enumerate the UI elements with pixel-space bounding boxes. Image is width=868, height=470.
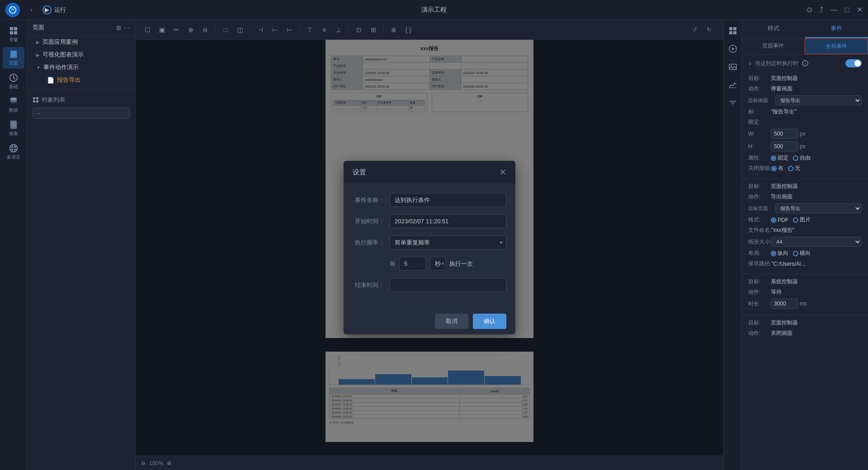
action-value-1: 弹窗画面: [771, 85, 862, 93]
end-time-row: 结束时间：: [353, 278, 506, 292]
tab-event[interactable]: 事件: [805, 20, 868, 38]
page-event-tab[interactable]: 页面事件: [742, 38, 805, 54]
sidebar-item-lang[interactable]: 多语言: [3, 141, 24, 163]
cut-tool[interactable]: ✂: [170, 24, 183, 36]
maximize-button[interactable]: □: [845, 6, 849, 14]
layout-landscape-label: 横向: [800, 249, 811, 257]
close-no-dot: [788, 166, 793, 171]
svg-rect-27: [733, 31, 736, 34]
format-img-radio[interactable]: 图片: [793, 216, 811, 224]
close-button[interactable]: ✕: [857, 5, 863, 14]
back-button[interactable]: ‹: [25, 4, 38, 16]
duration-input[interactable]: [771, 299, 798, 309]
send-back-tool[interactable]: ⊖: [199, 24, 212, 36]
dialog-close-button[interactable]: ✕: [500, 167, 506, 177]
undo-button[interactable]: ↺: [689, 24, 700, 35]
sidebar-item-dashboard[interactable]: 变量: [3, 24, 24, 45]
svg-point-1: [12, 9, 14, 11]
code-tool[interactable]: { }: [402, 24, 415, 36]
sidebar-item-report[interactable]: 报客: [3, 118, 24, 139]
action-label-1: 动作:: [748, 85, 771, 93]
paper-select[interactable]: A4: [771, 237, 862, 247]
target-screen-select[interactable]: 报告导出: [775, 95, 862, 105]
search-icon[interactable]: ⊙: [807, 5, 812, 14]
target-screen-row: 目标画面 报告导出: [748, 95, 862, 105]
layout-landscape-radio[interactable]: 横向: [793, 249, 811, 257]
canvas-area[interactable]: xxx报告 单号 a620090414-01 产品名称 产品批号: [136, 40, 723, 456]
tab-row: 标: "报告导出": [748, 108, 862, 116]
tree-item-report-export[interactable]: 📄 报告导出: [27, 74, 135, 86]
objects-title: 对象列表: [33, 96, 130, 104]
sidebar-label-history: 基础: [9, 84, 18, 90]
align-right-tool[interactable]: ⊢: [283, 24, 296, 36]
h-input[interactable]: [771, 141, 798, 151]
attr-free-radio[interactable]: 自由: [793, 154, 811, 162]
component-icon[interactable]: [726, 24, 740, 38]
sidebar-label-lang: 多语言: [7, 154, 20, 160]
w-input[interactable]: [771, 129, 798, 139]
settings-icon[interactable]: ⋯: [124, 24, 130, 31]
tab-style[interactable]: 样式: [742, 20, 805, 38]
attr-fixed-radio[interactable]: 固定: [771, 154, 788, 162]
tree-item-chart-demo[interactable]: ▶ 可视化图表演示: [27, 48, 135, 61]
redo-button[interactable]: ↻: [703, 24, 714, 35]
event-name-input[interactable]: [390, 193, 506, 207]
interval-value-input[interactable]: [399, 257, 426, 271]
close-yes-radio[interactable]: 有: [771, 164, 783, 172]
align-middle-tool[interactable]: ≡: [318, 24, 330, 36]
tree-item-app-cases[interactable]: ▶ 页面应用案例: [27, 36, 135, 48]
align-top-tool[interactable]: ⊤: [303, 24, 316, 36]
globe-tool[interactable]: ⊕: [387, 24, 400, 36]
tree-item-event-demo[interactable]: ▼ 事件动作演示: [27, 61, 135, 74]
svg-rect-12: [10, 121, 17, 129]
sidebar-label-report: 报客: [9, 131, 18, 137]
minimize-button[interactable]: —: [830, 6, 838, 14]
chart-icon[interactable]: [726, 78, 740, 92]
sidebar-item-history[interactable]: 基础: [3, 70, 24, 92]
frequency-select[interactable]: 简单重复频率: [390, 235, 506, 249]
interval-unit-select[interactable]: 秒 分 时: [430, 257, 446, 271]
svg-rect-3: [14, 27, 17, 30]
tree-label-chart-demo: 可视化图表演示: [42, 51, 84, 59]
global-event-tab[interactable]: 全局事件: [805, 38, 868, 54]
add-page-icon[interactable]: ⊞: [116, 24, 121, 31]
close-no-radio[interactable]: 无: [788, 164, 800, 172]
align-center-h-tool[interactable]: ⊢: [269, 24, 281, 36]
action-value-2: 导出画面: [771, 193, 862, 201]
image-icon[interactable]: [726, 60, 740, 74]
wait-action-group: 目标: 系统控制器 动作: 等待 时长: ms: [742, 274, 868, 315]
cancel-button[interactable]: 取消: [435, 314, 468, 329]
distribute-h-tool[interactable]: ⊡: [353, 24, 365, 36]
format-pdf-radio[interactable]: PDF: [771, 217, 788, 223]
align-bottom-tool[interactable]: ⊥: [332, 24, 345, 36]
rect-tool[interactable]: ▣: [156, 24, 168, 36]
page-icon: 📄: [47, 77, 54, 84]
timing-toggle[interactable]: [845, 59, 862, 67]
frame-tool[interactable]: ◫: [234, 24, 246, 36]
confirm-button[interactable]: 确认: [473, 314, 506, 329]
end-time-input[interactable]: [390, 278, 506, 292]
align-left-tool[interactable]: ⊣: [254, 24, 267, 36]
layer-tool[interactable]: ⊕: [184, 24, 197, 36]
target-label-1: 目标:: [748, 75, 771, 82]
select-tool[interactable]: ☐: [141, 24, 154, 36]
sidebar-item-page[interactable]: 页面: [3, 47, 24, 69]
tree-label-app-cases: 页面应用案例: [42, 38, 78, 46]
border-tool[interactable]: □: [219, 24, 232, 36]
sidebar-item-data[interactable]: 数据: [3, 94, 24, 116]
sidebar-label-page: 页面: [9, 60, 18, 66]
zoom-out-button[interactable]: ⊖: [141, 460, 146, 466]
timing-header[interactable]: ∨ 当达到定时执行时 ?: [748, 59, 862, 67]
run-button[interactable]: ▶ 运行: [38, 4, 71, 16]
zoom-in-button[interactable]: ⊕: [167, 460, 171, 466]
start-time-input[interactable]: [390, 214, 506, 228]
layout-portrait-radio[interactable]: 纵向: [771, 249, 788, 257]
play-icon[interactable]: [726, 42, 740, 56]
distribute-v-tool[interactable]: ⊞: [367, 24, 380, 36]
target-row-3: 目标: 系统控制器: [748, 278, 862, 286]
target-page-select[interactable]: 报告导出: [775, 203, 862, 213]
share-icon[interactable]: ⤴: [820, 6, 823, 14]
filter-icon[interactable]: [726, 96, 740, 110]
layout-radios: 纵向 横向: [771, 249, 811, 257]
event-name-label: 事件名称：: [353, 196, 384, 204]
